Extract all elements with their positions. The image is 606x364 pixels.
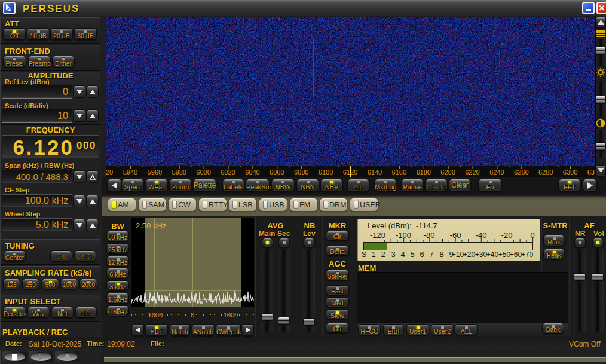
svg-text:+30: +30 (475, 250, 488, 259)
svg-text:6100: 6100 (319, 169, 333, 176)
svg-text:6320: 6320 (587, 169, 595, 176)
svg-text:6020: 6020 (221, 169, 235, 176)
svg-text:4: 4 (400, 250, 405, 259)
svg-text:6200: 6200 (440, 169, 455, 176)
svg-text:+40: +40 (486, 250, 499, 259)
svg-text:6220: 6220 (465, 169, 479, 176)
svg-text:6140: 6140 (368, 169, 382, 176)
svg-text:-100: -100 (396, 231, 411, 240)
svg-text:S: S (362, 250, 367, 259)
svg-text:-120: -120 (370, 231, 385, 240)
svg-text:-80: -80 (424, 231, 435, 240)
svg-text:0: 0 (530, 231, 534, 240)
svg-text:+50: +50 (498, 250, 511, 259)
svg-text:6080: 6080 (294, 169, 308, 176)
svg-text:8: 8 (439, 250, 443, 259)
svg-text:7: 7 (429, 250, 433, 259)
svg-text:6260: 6260 (514, 169, 528, 176)
svg-text:+70: +70 (521, 250, 534, 259)
svg-text:5940: 5940 (123, 169, 137, 176)
svg-text:-60: -60 (450, 231, 461, 240)
svg-text:2: 2 (381, 250, 385, 259)
svg-text:6060: 6060 (270, 169, 284, 176)
svg-text:6280: 6280 (538, 169, 553, 176)
svg-text:1: 1 (371, 250, 375, 259)
svg-text:6000: 6000 (196, 169, 210, 176)
svg-text:+60: +60 (510, 250, 522, 259)
svg-text:-40: -40 (476, 231, 487, 240)
svg-text:6160: 6160 (392, 169, 406, 176)
svg-text:5920: 5920 (106, 169, 113, 176)
svg-text:-20: -20 (501, 231, 513, 240)
svg-text:3: 3 (391, 250, 395, 259)
svg-text:6240: 6240 (489, 169, 504, 176)
svg-text:6040: 6040 (245, 169, 259, 176)
svg-text:5980: 5980 (172, 169, 186, 176)
svg-text:5: 5 (410, 250, 414, 259)
svg-text:6300: 6300 (563, 169, 577, 176)
svg-text:6: 6 (420, 250, 424, 259)
svg-text:+10: +10 (452, 250, 464, 259)
svg-text:6180: 6180 (416, 169, 430, 176)
svg-text:5960: 5960 (148, 169, 162, 176)
svg-text:+20: +20 (463, 250, 476, 259)
